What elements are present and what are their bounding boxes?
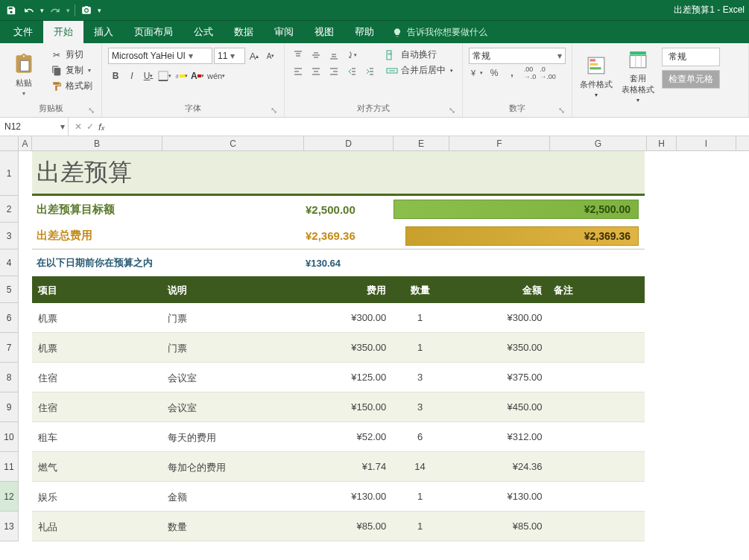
cell-note[interactable]	[548, 333, 645, 362]
cell-note[interactable]	[548, 482, 645, 511]
fx-icon[interactable]: fx	[98, 121, 104, 133]
cell-desc[interactable]: 每天的费用	[162, 422, 303, 451]
copy-button[interactable]: 复制▾	[48, 63, 95, 77]
col-header[interactable]: C	[162, 136, 304, 150]
row-header[interactable]: 3	[0, 223, 19, 249]
tab-file[interactable]: 文件	[3, 21, 43, 43]
italic-button[interactable]: I	[124, 69, 139, 83]
cell-amount[interactable]: ¥24.36	[448, 452, 549, 481]
row-header[interactable]: 11	[0, 452, 19, 482]
cancel-icon[interactable]: ✕	[75, 121, 82, 132]
tab-layout[interactable]: 页面布局	[124, 21, 183, 43]
budget-label[interactable]: 出差预算目标额	[32, 203, 304, 217]
budget-amount[interactable]: ¥2,500.00	[304, 203, 394, 216]
col-header[interactable]: F	[449, 136, 550, 150]
align-bottom-icon[interactable]	[326, 48, 341, 63]
row-header[interactable]: 4	[0, 249, 19, 276]
col-header[interactable]: H	[647, 136, 677, 150]
wrap-text-button[interactable]: ab自动换行	[383, 48, 456, 62]
cell-cost[interactable]: ¥85.00	[303, 512, 393, 541]
dialog-launcher-icon[interactable]: ⤡	[447, 106, 456, 115]
cell-item[interactable]: 机票	[32, 333, 162, 362]
cell-desc[interactable]: 会议室	[162, 392, 303, 421]
tab-data[interactable]: 数据	[224, 21, 264, 43]
dialog-launcher-icon[interactable]: ⤡	[269, 106, 278, 115]
tab-insert[interactable]: 插入	[83, 21, 124, 43]
th-amount[interactable]: 金额	[448, 276, 549, 303]
total-bar[interactable]: ¥2,369.36	[405, 226, 639, 246]
remain-amount[interactable]: ¥130.64	[304, 258, 394, 269]
col-header[interactable]: D	[304, 136, 394, 150]
cell-amount[interactable]: ¥375.00	[448, 363, 549, 392]
align-left-icon[interactable]	[291, 64, 306, 79]
cell-amount[interactable]: ¥85.00	[448, 512, 549, 541]
font-color-button[interactable]: A▾	[190, 69, 205, 83]
dec-decimal-icon[interactable]: .0→.00	[540, 66, 555, 80]
cell-note[interactable]	[548, 392, 645, 421]
row-header[interactable]: 12	[0, 482, 19, 512]
indent-inc-icon[interactable]	[362, 64, 377, 79]
font-name-combo[interactable]: Microsoft YaHei UI▾	[108, 48, 212, 64]
th-qty[interactable]: 数量	[392, 276, 448, 303]
cell-note[interactable]	[548, 512, 645, 541]
cell-item[interactable]: 住宿	[32, 392, 162, 421]
row-header[interactable]: 8	[0, 363, 19, 392]
merge-center-button[interactable]: 合并后居中▾	[383, 63, 456, 77]
col-header[interactable]: E	[394, 136, 449, 150]
col-header[interactable]: G	[550, 136, 647, 150]
cell-note[interactable]	[548, 422, 645, 451]
row-header[interactable]: 1	[0, 151, 19, 196]
th-cost[interactable]: 费用	[303, 276, 393, 303]
underline-button[interactable]: U▾	[141, 69, 156, 83]
bold-button[interactable]: B	[108, 69, 123, 83]
select-all-corner[interactable]	[0, 136, 19, 150]
cell-amount[interactable]: ¥300.00	[448, 303, 549, 332]
cell-amount[interactable]: ¥130.00	[448, 482, 549, 511]
cut-button[interactable]: ✂剪切	[48, 48, 95, 62]
cell-amount[interactable]: ¥312.00	[448, 422, 549, 451]
cell-note[interactable]	[548, 303, 645, 332]
cell-desc[interactable]: 数量	[162, 512, 303, 541]
cell-item[interactable]: 礼品	[32, 512, 162, 541]
cell-item[interactable]: 租车	[32, 422, 162, 451]
col-header[interactable]: B	[32, 136, 162, 150]
tab-help[interactable]: 帮助	[344, 21, 385, 43]
cell-note[interactable]	[548, 452, 645, 481]
currency-icon[interactable]: ¥▾	[469, 66, 484, 80]
cell-cost[interactable]: ¥125.00	[303, 363, 393, 392]
row-header[interactable]: 9	[0, 392, 19, 422]
tab-view[interactable]: 视图	[304, 21, 344, 43]
cell-amount[interactable]: ¥350.00	[448, 333, 549, 362]
cell-amount[interactable]: ¥450.00	[448, 392, 549, 421]
inc-decimal-icon[interactable]: .00→.0	[522, 66, 537, 80]
style-check-cell[interactable]: 检查单元格	[662, 70, 720, 89]
caret-icon[interactable]: ▾	[98, 7, 101, 14]
cell-cost[interactable]: ¥350.00	[303, 333, 393, 362]
tab-formulas[interactable]: 公式	[183, 21, 224, 43]
name-box[interactable]: N12▾	[0, 118, 69, 136]
cell-qty[interactable]: 1	[392, 303, 448, 332]
font-size-combo[interactable]: 11▾	[214, 48, 245, 64]
row-header[interactable]: 10	[0, 422, 19, 452]
cell-qty[interactable]: 3	[392, 363, 448, 392]
fill-color-button[interactable]: ▾	[174, 69, 189, 83]
row-header[interactable]: 5	[0, 276, 19, 303]
row-header[interactable]: 2	[0, 196, 19, 223]
total-label[interactable]: 出差总费用	[32, 229, 304, 243]
tab-review[interactable]: 审阅	[264, 21, 304, 43]
cell-cost[interactable]: ¥130.00	[303, 482, 393, 511]
indent-dec-icon[interactable]	[344, 64, 359, 79]
tab-home[interactable]: 开始	[43, 21, 83, 43]
cell-note[interactable]	[548, 363, 645, 392]
dialog-launcher-icon[interactable]: ⤡	[86, 106, 95, 115]
align-middle-icon[interactable]	[309, 48, 323, 63]
cell-qty[interactable]: 6	[392, 422, 448, 451]
border-button[interactable]: ▾	[157, 69, 172, 83]
row-header[interactable]: 6	[0, 303, 19, 333]
tell-me[interactable]: 告诉我你想要做什么	[385, 22, 495, 43]
percent-icon[interactable]: %	[487, 66, 502, 80]
phonetic-button[interactable]: wén▾	[206, 69, 226, 83]
number-format-combo[interactable]: 常规▾	[469, 48, 566, 64]
align-right-icon[interactable]	[326, 64, 341, 79]
sheet-title[interactable]: 出差预算	[32, 151, 645, 196]
